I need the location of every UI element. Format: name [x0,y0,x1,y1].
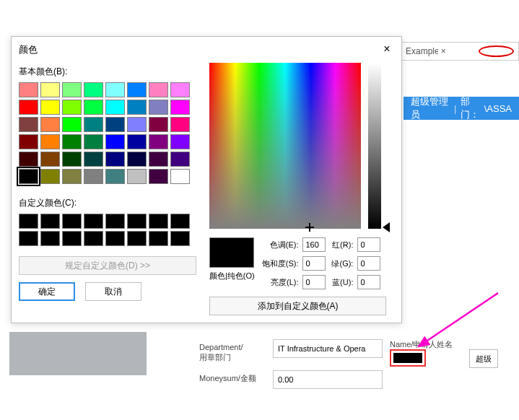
basic-color-swatch[interactable] [62,152,82,167]
basic-color-swatch[interactable] [19,100,38,115]
basic-color-swatch[interactable] [149,152,168,167]
basic-color-swatch[interactable] [40,100,60,115]
basic-color-swatch[interactable] [40,82,60,97]
basic-color-swatch[interactable] [149,82,168,97]
basic-color-swatch[interactable] [127,169,147,184]
basic-color-swatch[interactable] [170,100,190,115]
custom-color-swatch[interactable] [170,214,190,229]
lum-input[interactable] [302,275,326,289]
custom-color-swatch[interactable] [40,214,60,229]
color-swatch-icon [393,353,422,363]
blue-label: 蓝(U): [331,277,353,288]
svg-line-0 [419,293,498,346]
custom-color-swatch[interactable] [84,231,103,246]
basic-color-swatch[interactable] [62,117,82,132]
basic-color-swatch[interactable] [170,152,190,167]
dept-input[interactable] [273,339,383,358]
basic-color-swatch[interactable] [170,82,190,97]
custom-color-swatch[interactable] [170,231,190,246]
money-label: Moneysum/金额 [195,370,273,389]
name-color-preview[interactable] [390,349,426,367]
basic-color-swatch[interactable] [40,134,60,149]
hue-input[interactable] [302,237,326,252]
basic-color-swatch[interactable] [127,100,147,115]
custom-color-swatch[interactable] [127,214,147,229]
basic-color-swatch[interactable] [105,82,125,97]
red-input[interactable] [357,237,380,252]
custom-color-swatch[interactable] [149,214,168,229]
blue-input[interactable] [357,275,380,289]
crosshair-icon [305,223,314,232]
right-button[interactable]: 超级 [469,349,498,368]
basic-color-swatch[interactable] [170,169,190,184]
basic-color-swatch[interactable] [149,169,168,184]
custom-color-swatch[interactable] [105,214,125,229]
basic-color-swatch[interactable] [84,100,103,115]
basic-color-swatch[interactable] [84,169,103,184]
basic-color-swatch[interactable] [127,82,147,97]
basic-color-swatch[interactable] [170,117,190,132]
basic-color-swatch[interactable] [84,117,103,132]
add-custom-button[interactable]: 添加到自定义颜色(A) [209,297,386,315]
basic-color-grid [19,82,196,184]
titlebar[interactable]: 颜色 × [12,37,401,63]
sat-label: 饱和度(S): [262,258,299,269]
dept-prefix: 部门： [461,95,484,121]
basic-color-swatch[interactable] [127,117,147,132]
basic-color-swatch[interactable] [19,82,38,97]
basic-color-swatch[interactable] [149,134,168,149]
green-input[interactable] [357,256,380,271]
basic-color-swatch[interactable] [127,152,147,167]
basic-color-swatch[interactable] [62,82,82,97]
basic-color-swatch[interactable] [84,82,103,97]
custom-color-swatch[interactable] [40,231,60,246]
custom-color-swatch[interactable] [127,231,147,246]
custom-color-swatch[interactable] [105,231,125,246]
custom-color-swatch[interactable] [19,231,38,246]
close-icon[interactable]: × [380,43,394,57]
basic-color-swatch[interactable] [40,117,60,132]
color-gradient[interactable] [209,63,361,229]
ok-button[interactable]: 确定 [19,282,75,301]
record-icon [479,45,514,57]
slider-thumb-icon[interactable] [383,222,390,232]
luminance-slider[interactable] [368,63,381,229]
basic-color-swatch[interactable] [84,134,103,149]
basic-color-swatch[interactable] [105,100,125,115]
basic-color-swatch[interactable] [19,152,38,167]
custom-color-swatch[interactable] [62,214,82,229]
basic-color-swatch[interactable] [40,152,60,167]
basic-color-swatch[interactable] [84,152,103,167]
basic-color-swatch[interactable] [40,169,60,184]
money-input[interactable] [273,370,383,389]
custom-color-swatch[interactable] [149,231,168,246]
basic-color-swatch[interactable] [19,117,38,132]
basic-color-swatch[interactable] [62,134,82,149]
basic-color-swatch[interactable] [149,117,168,132]
lum-label-txt: 亮度(L): [262,277,299,288]
close-icon[interactable]: × [438,46,476,56]
browser-tab[interactable]: Examples - Apac × [401,42,519,61]
custom-color-swatch[interactable] [62,231,82,246]
basic-color-swatch[interactable] [62,100,82,115]
sidebar-placeholder [9,332,147,375]
basic-color-swatch[interactable] [19,169,38,184]
basic-color-swatch[interactable] [105,152,125,167]
custom-color-swatch[interactable] [19,214,38,229]
basic-color-swatch[interactable] [105,134,125,149]
basic-color-swatch[interactable] [62,169,82,184]
hue-label: 色调(E): [262,240,299,250]
sat-input[interactable] [302,256,326,271]
basic-color-swatch[interactable] [170,134,190,149]
red-label: 红(R): [331,240,353,250]
basic-color-swatch[interactable] [149,100,168,115]
tab-title: Examples - Apac [406,46,438,56]
basic-color-swatch[interactable] [105,169,125,184]
basic-color-swatch[interactable] [19,134,38,149]
color-dialog: 颜色 × 基本颜色(B): 自定义颜色(C): 规定自定义颜色(D) >> 确定… [11,36,402,323]
basic-color-swatch[interactable] [127,134,147,149]
custom-color-swatch[interactable] [84,214,103,229]
cancel-button[interactable]: 取消 [85,282,141,301]
custom-color-grid [19,214,196,246]
basic-color-swatch[interactable] [105,117,125,132]
